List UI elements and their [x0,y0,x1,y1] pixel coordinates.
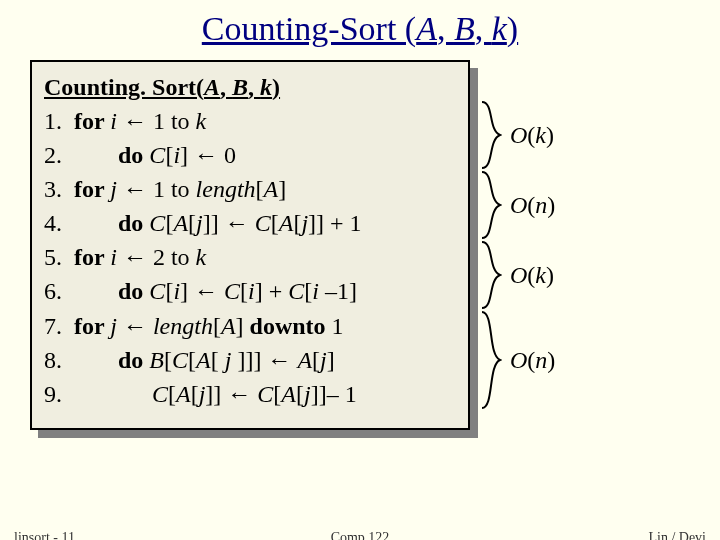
code-line-8: 8.do B[C[A[ j ]]] ← A[j] [44,343,456,377]
code-line-2: 2.do C[i] ← 0 [44,138,456,172]
brace-icon [480,310,502,410]
code-line-5: 5. for i ← 2 to k [44,240,456,274]
code-line-6: 6.do C[i] ← C[i] + C[i –1] [44,274,456,308]
bigO-n-2: O(n) [510,347,555,374]
bigO-n-1: O(n) [510,192,555,219]
footer-center: Comp 122 [331,530,390,540]
slide-title: Counting-Sort (A, B, k) [0,10,720,48]
bigO-k-1: O(k) [510,122,554,149]
code-line-7: 7. for j ← length[A] downto 1 [44,309,456,343]
code-header: Counting. Sort(A, B, k) [44,70,456,104]
bigO-k-2: O(k) [510,262,554,289]
code-line-3: 3. for j ← 1 to length[A] [44,172,456,206]
brace-icon [480,170,502,240]
brace-icon [480,100,502,170]
brace-icon [480,240,502,310]
code-line-1: 1. for i ← 1 to k [44,104,456,138]
code-line-4: 4.do C[A[j]] ← C[A[j]] + 1 [44,206,456,240]
complexity-annotations: O(k) O(n) O(k) O(n) [470,60,690,430]
footer-right: Lin / Devi [648,530,706,540]
code-box: Counting. Sort(A, B, k) 1. for i ← 1 to … [30,60,470,430]
footer-left: linsort - 11 [14,530,75,540]
code-line-9: 9.C[A[j]] ← C[A[j]]– 1 [44,377,456,411]
